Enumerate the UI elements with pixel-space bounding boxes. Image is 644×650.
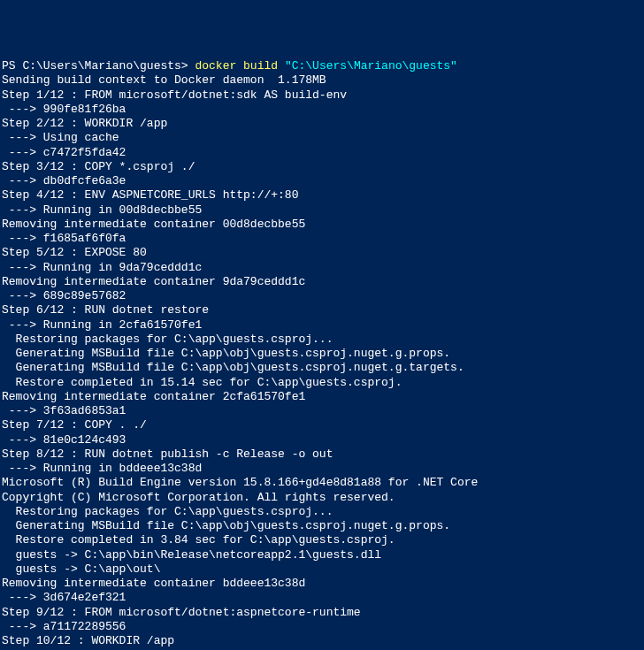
output-line: Step 8/12 : RUN dotnet publish -c Releas… — [2, 447, 642, 462]
output-line: ---> 3f63ad6853a1 — [2, 404, 642, 418]
output-line: Generating MSBuild file C:\app\obj\guest… — [2, 347, 642, 361]
output-line: ---> a71172289556 — [2, 620, 642, 634]
output-line: Restoring packages for C:\app\guests.csp… — [2, 505, 642, 519]
output-line: ---> 3d674e2ef321 — [2, 591, 642, 605]
output-line: Restore completed in 15.14 sec for C:\ap… — [2, 376, 642, 390]
prompt-text: PS C:\Users\Mariano\guests> — [2, 59, 188, 73]
output-line: Step 1/12 : FROM microsoft/dotnet:sdk AS… — [2, 88, 642, 103]
output-line: guests -> C:\app\bin\Release\netcoreapp2… — [2, 548, 642, 562]
output-line: Generating MSBuild file C:\app\obj\guest… — [2, 519, 642, 533]
output-line: ---> c7472f5fda42 — [2, 146, 642, 160]
output-line: ---> 689c89e57682 — [2, 289, 642, 303]
command-path: "C:\Users\Mariano\guests" — [285, 59, 457, 73]
output-line: Generating MSBuild file C:\app\obj\guest… — [2, 361, 642, 375]
output-line: Step 5/12 : EXPOSE 80 — [2, 246, 642, 260]
command: docker build — [195, 59, 278, 73]
output-line: ---> Using cache — [2, 131, 642, 145]
output-line: ---> 990fe81f26ba — [2, 103, 642, 117]
output-line: Removing intermediate container 2cfa6157… — [2, 390, 642, 404]
output-line: Microsoft (R) Build Engine version 15.8.… — [2, 476, 642, 490]
output-line: ---> Running in 00d8decbbe55 — [2, 203, 642, 218]
output-line: Removing intermediate container 9da79ced… — [2, 275, 642, 289]
output-line: Restoring packages for C:\app\guests.csp… — [2, 333, 642, 347]
output-line: Removing intermediate container 00d8decb… — [2, 218, 642, 232]
output-line: ---> Running in bddeee13c38d — [2, 462, 642, 476]
output-line: ---> 81e0c124c493 — [2, 433, 642, 447]
output-line: Step 3/12 : COPY *.csproj ./ — [2, 160, 642, 174]
output-line: ---> Running in 2cfa61570fe1 — [2, 318, 642, 333]
output-line: Step 4/12 : ENV ASPNETCORE_URLS http://+… — [2, 188, 642, 203]
output-line: Removing intermediate container bddeee13… — [2, 577, 642, 591]
output-line: Step 2/12 : WORKDIR /app — [2, 117, 642, 131]
output-line: Step 10/12 : WORKDIR /app — [2, 634, 642, 648]
output-line: guests -> C:\app\out\ — [2, 562, 642, 577]
output-line: Copyright (C) Microsoft Corporation. All… — [2, 491, 642, 505]
output-line: Step 7/12 : COPY . ./ — [2, 418, 642, 432]
output-line: ---> f1685af6f0fa — [2, 232, 642, 246]
output-line: Sending build context to Docker daemon 1… — [2, 73, 642, 88]
output-line: Restore completed in 3.84 sec for C:\app… — [2, 533, 642, 547]
output-line: ---> db0dfcfe6a3e — [2, 174, 642, 188]
output-line: ---> Running in 9da79ceddd1c — [2, 261, 642, 275]
output-line: Step 9/12 : FROM microsoft/dotnet:aspnet… — [2, 606, 642, 620]
terminal-output[interactable]: PS C:\Users\Mariano\guests> docker build… — [2, 59, 642, 650]
output-line: Step 6/12 : RUN dotnet restore — [2, 303, 642, 317]
command-line: PS C:\Users\Mariano\guests> docker build… — [2, 59, 642, 73]
